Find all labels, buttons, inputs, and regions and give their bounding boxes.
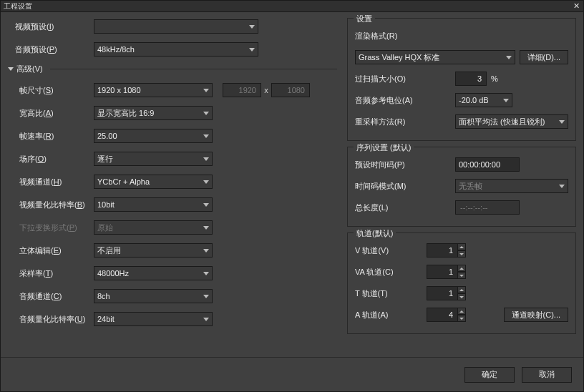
stereoedit-label: 立体编辑(E) xyxy=(8,245,94,256)
video-preset-select[interactable] xyxy=(94,19,258,34)
videobit-label: 视频量化比特率(B) xyxy=(8,200,94,210)
audioref-select[interactable]: -20.0 dB xyxy=(455,93,512,107)
cancel-button[interactable]: 取消 xyxy=(522,367,572,383)
videobit-select[interactable]: 10bit xyxy=(94,197,213,212)
titlebar: 工程设置 ✕ xyxy=(1,1,583,12)
v-track-input[interactable]: 1 xyxy=(427,243,458,258)
detail-button[interactable]: 详细(D)... xyxy=(520,50,568,64)
audio-preset-select[interactable]: 48kHz/8ch xyxy=(94,42,258,57)
va-track-input[interactable]: 1 xyxy=(427,265,458,279)
advanced-expander[interactable]: 高级(V) xyxy=(8,64,337,74)
videoch-select[interactable]: YCbCr + Alpha xyxy=(94,175,213,189)
t-track-input[interactable]: 1 xyxy=(427,286,458,300)
a-track-spin[interactable]: 4 xyxy=(427,308,466,322)
channel-map-button[interactable]: 通道映射(C)... xyxy=(504,308,568,322)
advanced-label: 高级(V) xyxy=(16,64,43,74)
tcmode-label: 时间码模式(M) xyxy=(355,181,455,192)
sequence-group: 序列设置 (默认) 预设时间码(P) 00:00:00:00 时间码模式(M) … xyxy=(347,147,576,227)
video-preset-label: 视频预设(I) xyxy=(8,21,94,32)
v-track-spin[interactable]: 1 xyxy=(427,243,466,258)
v-track-label: V 轨道(V) xyxy=(355,245,427,256)
preset-tc-input[interactable]: 00:00:00:00 xyxy=(455,157,520,172)
ok-button[interactable]: 确定 xyxy=(464,367,515,383)
dialog-footer: 确定 取消 xyxy=(1,357,583,391)
stereoedit-select[interactable]: 不启用 xyxy=(94,243,213,258)
sequence-legend: 序列设置 (默认) xyxy=(354,142,414,153)
pulldown-select: 原始 xyxy=(94,220,213,235)
audioch-select[interactable]: 8ch xyxy=(94,289,213,303)
preset-tc-label: 预设时间码(P) xyxy=(355,160,455,170)
audiobit-select[interactable]: 24bit xyxy=(94,312,213,326)
va-track-spin[interactable]: 1 xyxy=(427,265,466,279)
window-title: 工程设置 xyxy=(4,1,32,11)
renderfmt-label: 渲染格式(R) xyxy=(355,31,427,41)
chevron-down-icon xyxy=(8,67,14,71)
pulldown-label: 下拉变换形式(P) xyxy=(8,222,94,233)
t-track-spin[interactable]: 1 xyxy=(427,286,466,300)
va-track-label: VA 轨道(C) xyxy=(355,267,427,278)
renderfmt-select[interactable]: Grass Valley HQX 标准 xyxy=(355,50,515,64)
frame-size-label: 帧尺寸(S) xyxy=(8,85,94,96)
frame-height-input: 1080 xyxy=(271,83,310,97)
aspect-label: 宽高比(A) xyxy=(8,108,94,119)
settings-group: 设置 渲染格式(R) Grass Valley HQX 标准 详细(D)... … xyxy=(347,18,576,141)
resample-label: 重采样方法(R) xyxy=(355,117,455,127)
track-legend: 轨道(默认) xyxy=(354,228,396,239)
tcmode-select[interactable]: 无丢帧 xyxy=(455,179,568,193)
samplerate-label: 采样率(T) xyxy=(8,268,94,279)
settings-legend: 设置 xyxy=(354,14,375,24)
totallen-field: --:--:--:-- xyxy=(455,200,520,215)
audiobit-label: 音频量化比特率(U) xyxy=(8,314,94,325)
videoch-label: 视频通道(H) xyxy=(8,177,94,187)
t-track-label: T 轨道(T) xyxy=(355,288,427,299)
samplerate-select[interactable]: 48000Hz xyxy=(94,266,213,280)
audio-preset-label: 音频预设(P) xyxy=(8,44,94,55)
a-track-label: A 轨道(A) xyxy=(355,310,427,320)
a-track-input[interactable]: 4 xyxy=(427,308,458,322)
x-separator: x xyxy=(261,86,271,94)
totallen-label: 总长度(L) xyxy=(355,202,455,213)
audioch-label: 音频通道(C) xyxy=(8,291,94,302)
resample-select[interactable]: 面积平均法 (快速且锐利) xyxy=(455,114,568,129)
percent-label: % xyxy=(491,74,498,83)
frame-width-input: 1920 xyxy=(223,83,261,97)
overscan-spin[interactable]: 3 xyxy=(455,72,487,86)
fieldorder-select[interactable]: 逐行 xyxy=(94,152,213,166)
project-settings-dialog: 工程设置 ✕ 视频预设(I) 音频预设(P) 48kHz/8ch 高级(V) xyxy=(0,0,584,392)
overscan-input[interactable]: 3 xyxy=(455,72,487,86)
overscan-label: 过扫描大小(O) xyxy=(355,74,455,84)
track-group: 轨道(默认) V 轨道(V) 1 VA 轨道(C) 1 xyxy=(347,232,576,334)
close-icon[interactable]: ✕ xyxy=(572,2,580,11)
aspect-select[interactable]: 显示宽高比 16:9 xyxy=(94,106,213,120)
fieldorder-label: 场序(O) xyxy=(8,154,94,165)
framerate-label: 帧速率(R) xyxy=(8,131,94,142)
frame-size-select[interactable]: 1920 x 1080 xyxy=(94,83,213,97)
framerate-select[interactable]: 25.00 xyxy=(94,129,213,143)
audioref-label: 音频参考电位(A) xyxy=(355,95,455,106)
